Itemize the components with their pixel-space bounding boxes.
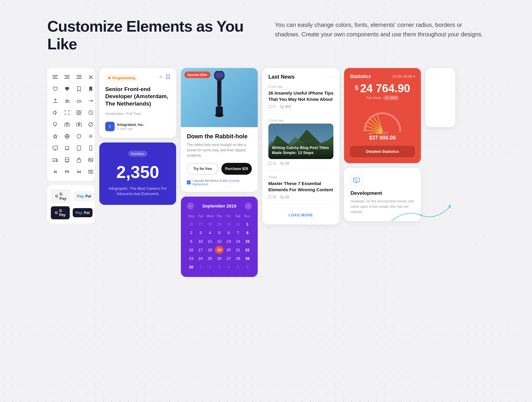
- news-item-3: Today Master These 7 Essential Elements …: [268, 175, 333, 204]
- cal-day[interactable]: 20: [224, 246, 233, 254]
- cal-day-today[interactable]: 19: [215, 246, 224, 254]
- mobile-icon[interactable]: [87, 145, 94, 151]
- close-icon[interactable]: [87, 74, 94, 80]
- monitor-icon[interactable]: [52, 145, 59, 151]
- cal-day[interactable]: 26: [187, 220, 196, 228]
- cal-day[interactable]: 27: [196, 220, 205, 228]
- load-more-button[interactable]: LOAD MORE: [268, 209, 333, 218]
- cal-day[interactable]: 15: [243, 237, 252, 245]
- cal-day[interactable]: 28: [205, 220, 214, 228]
- expand-icon[interactable]: [64, 109, 70, 116]
- cal-day[interactable]: 2: [205, 263, 214, 271]
- cal-day[interactable]: 25: [205, 255, 214, 262]
- globe-icon[interactable]: [64, 133, 70, 140]
- svg-point-40: [90, 150, 91, 150]
- cal-day[interactable]: 23: [187, 255, 196, 262]
- cal-day[interactable]: 3: [196, 229, 205, 237]
- company-name: Integrated, Inc.: [117, 122, 144, 127]
- cal-day[interactable]: 13: [224, 237, 233, 245]
- image-icon[interactable]: [87, 157, 94, 163]
- bookmark-filled-icon[interactable]: [87, 86, 94, 92]
- volume-icon[interactable]: [52, 109, 59, 116]
- cal-day[interactable]: 30: [187, 263, 196, 271]
- cal-day[interactable]: 6: [224, 229, 233, 237]
- arrow-right-icon[interactable]: [87, 98, 94, 104]
- svg-rect-7: [77, 77, 82, 77]
- terms-row: ✓ I accept the terms of the License Agre…: [187, 179, 252, 186]
- cal-day[interactable]: 28: [234, 255, 243, 262]
- settings-icon[interactable]: [76, 109, 82, 116]
- numbers-value: 2,350: [106, 162, 170, 182]
- tablet-icon[interactable]: [76, 145, 82, 151]
- cal-day[interactable]: 17: [196, 246, 205, 254]
- svg-rect-0: [53, 75, 58, 76]
- cal-day[interactable]: 22: [243, 246, 252, 254]
- cal-day[interactable]: 16: [187, 246, 196, 254]
- cal-next-button[interactable]: ›: [245, 202, 252, 210]
- upload2-icon[interactable]: [76, 157, 82, 163]
- cal-day[interactable]: 7: [234, 229, 243, 237]
- cal-day[interactable]: 9: [187, 237, 196, 245]
- forbidden-icon[interactable]: [87, 121, 94, 128]
- cal-day[interactable]: 1: [243, 220, 252, 228]
- cal-day[interactable]: 8: [243, 229, 252, 237]
- gear-icon[interactable]: [87, 133, 94, 140]
- upload-icon[interactable]: [52, 98, 59, 104]
- try-free-button[interactable]: Try for free: [187, 163, 218, 175]
- cal-prev-button[interactable]: ‹: [187, 202, 194, 210]
- svg-rect-1: [53, 77, 57, 77]
- cal-day[interactable]: 6: [243, 263, 252, 271]
- cal-day[interactable]: 10: [196, 237, 205, 245]
- sparkle-icon[interactable]: [52, 133, 59, 140]
- stats-details-button[interactable]: Detailed Statistics: [350, 146, 415, 157]
- cal-day[interactable]: 3: [215, 263, 224, 271]
- cal-day[interactable]: 29: [243, 255, 252, 262]
- cal-day[interactable]: 4: [205, 229, 214, 237]
- cal-day[interactable]: 18: [205, 246, 214, 254]
- news-more-icon[interactable]: ···: [327, 74, 333, 80]
- laptop-icon[interactable]: [64, 145, 70, 151]
- cal-day[interactable]: 21: [234, 246, 243, 254]
- bookmark2-icon[interactable]: [166, 74, 170, 79]
- thumb-down-icon[interactable]: [52, 121, 59, 128]
- cal-day[interactable]: 4: [224, 263, 233, 271]
- camera1-icon[interactable]: [64, 121, 70, 128]
- gpay-dark-badge: G G Pay: [51, 206, 70, 219]
- cal-day[interactable]: 1: [196, 263, 205, 271]
- cloud-icon[interactable]: [76, 98, 82, 104]
- heart-filled-icon[interactable]: [64, 86, 70, 92]
- cloud-upload-icon[interactable]: [64, 98, 70, 104]
- cal-day[interactable]: 29: [215, 220, 224, 228]
- xd-icon[interactable]: Xd: [76, 168, 82, 175]
- settings2-icon[interactable]: [158, 74, 163, 79]
- purchase-button[interactable]: Purchase $29: [221, 163, 252, 175]
- bus-icon[interactable]: [64, 157, 70, 163]
- align-right-icon[interactable]: [76, 74, 82, 80]
- ai-icon[interactable]: AI: [52, 168, 59, 175]
- cal-day[interactable]: 26: [215, 255, 224, 262]
- cal-day[interactable]: 5: [215, 229, 224, 237]
- cal-day[interactable]: 2: [187, 229, 196, 237]
- map-icon[interactable]: [87, 168, 94, 175]
- cal-day[interactable]: 24: [196, 255, 205, 262]
- shield-icon[interactable]: [76, 133, 82, 140]
- bookmark-icon[interactable]: [76, 86, 82, 92]
- cal-day[interactable]: 5: [234, 263, 243, 271]
- align-center-icon[interactable]: [64, 74, 70, 80]
- cal-day[interactable]: 12: [215, 237, 224, 245]
- cal-day[interactable]: 11: [205, 237, 214, 245]
- align-left-icon[interactable]: [52, 74, 59, 80]
- like-icon2: [280, 162, 284, 165]
- camera2-icon[interactable]: [76, 121, 82, 128]
- cal-day[interactable]: 31: [234, 220, 243, 228]
- cal-day[interactable]: 30: [224, 220, 233, 228]
- heart-outline-icon[interactable]: [52, 86, 59, 92]
- ps-icon[interactable]: PS: [64, 168, 70, 175]
- clock-icon[interactable]: [87, 109, 94, 116]
- paypal-dark-badge: PayPal: [73, 208, 93, 217]
- cal-day[interactable]: 27: [224, 255, 233, 262]
- svg-point-24: [66, 124, 68, 126]
- truck-icon[interactable]: [52, 157, 59, 163]
- terms-checkbox[interactable]: ✓: [187, 180, 191, 184]
- cal-day[interactable]: 14: [234, 237, 243, 245]
